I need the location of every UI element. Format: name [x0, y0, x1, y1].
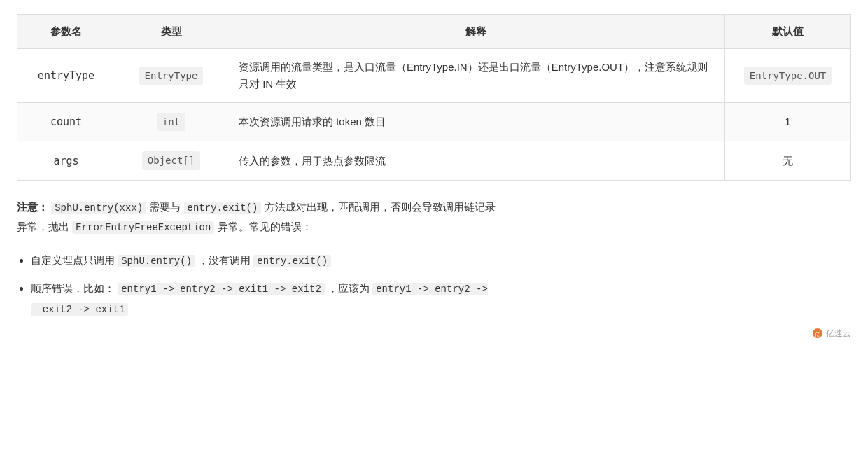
table-row: count int 本次资源调用请求的 token 数目 1	[18, 103, 851, 141]
svg-text:亿: 亿	[814, 331, 820, 337]
watermark-text: 亿速云	[826, 327, 851, 340]
list-item: 自定义埋点只调用 SphU.entry() ，没有调用 entry.exit()	[31, 251, 851, 270]
param-type: Object[]	[115, 141, 227, 180]
header-desc: 解释	[227, 15, 725, 49]
bullet-text-2a: 顺序错误，比如：	[31, 282, 115, 294]
table-row: args Object[] 传入的参数，用于热点参数限流 无	[18, 141, 851, 180]
param-desc: 传入的参数，用于热点参数限流	[227, 141, 725, 180]
bullet-code-1b: entry.exit()	[253, 255, 331, 267]
list-item: 顺序错误，比如： entry1 -> entry2 -> exit1 -> ex…	[31, 279, 851, 318]
params-table: 参数名 类型 解释 默认值 entryType EntryType 资源调用的流…	[17, 14, 851, 181]
note-code-3: ErrorEntryFreeException	[72, 221, 214, 234]
note-code-1: SphU.entry(xxx)	[51, 202, 146, 214]
watermark-icon: 亿	[812, 328, 823, 339]
param-default: EntryType.OUT	[725, 49, 851, 103]
bullet-code-2a: entry1 -> entry2 -> exit1 -> exit2	[118, 283, 325, 295]
bullet-text-1a: 自定义埋点只调用	[31, 254, 118, 266]
param-desc: 本次资源调用请求的 token 数目	[227, 103, 725, 141]
param-type: int	[115, 103, 227, 141]
param-type: EntryType	[115, 49, 227, 103]
header-default: 默认值	[725, 15, 851, 49]
param-name: count	[18, 103, 115, 141]
bullet-text-1b: ，没有调用	[198, 254, 253, 266]
header-type: 类型	[115, 15, 227, 49]
bullet-text-2b: ，应该为	[328, 282, 372, 294]
note-label: 注意：	[17, 201, 48, 213]
param-name: entryType	[18, 49, 115, 103]
param-default: 1	[725, 103, 851, 141]
note-block: 注意： SphU.entry(xxx) 需要与 entry.exit() 方法成…	[17, 197, 851, 237]
bullet-code-1a: SphU.entry()	[118, 255, 195, 267]
header-param: 参数名	[18, 15, 115, 49]
bullet-list: 自定义埋点只调用 SphU.entry() ，没有调用 entry.exit()…	[31, 251, 851, 319]
watermark: 亿 亿速云	[17, 327, 851, 344]
note-code-2: entry.exit()	[184, 202, 262, 214]
param-default: 无	[725, 141, 851, 180]
note-text-1: 需要与	[149, 201, 183, 213]
table-row: entryType EntryType 资源调用的流量类型，是入口流量（Entr…	[18, 49, 851, 103]
param-name: args	[18, 141, 115, 180]
param-desc: 资源调用的流量类型，是入口流量（EntryType.IN）还是出口流量（Entr…	[227, 49, 725, 103]
note-text-3: 异常。常见的错误：	[218, 221, 312, 232]
